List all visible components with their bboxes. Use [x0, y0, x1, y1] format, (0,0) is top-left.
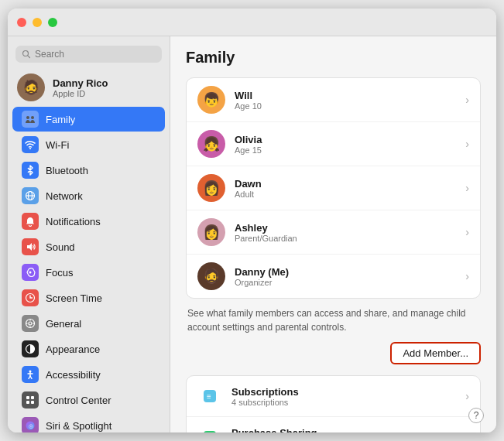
sidebar-item-appearance[interactable]: Appearance [12, 337, 165, 361]
service-info-purchase: Purchase Sharing Enabled [231, 427, 456, 433]
user-info: Danny Rico Apple ID [53, 77, 108, 98]
member-name-4: Danny (Me) [235, 266, 456, 278]
help-button[interactable]: ? [468, 408, 484, 423]
sidebar-label-accessibility: Accessibility [46, 369, 101, 381]
sidebar-label-controlcenter: Control Center [46, 395, 111, 406]
svg-marker-8 [27, 243, 32, 251]
sidebar-item-bluetooth[interactable]: Bluetooth [12, 158, 165, 183]
sidebar-label-notifications: Notifications [46, 216, 101, 227]
sidebar-label-bluetooth: Bluetooth [46, 165, 88, 176]
member-avatar-1: 👧 [197, 130, 225, 158]
family-member-ashley[interactable]: 👩 Ashley Parent/Guardian › [187, 210, 480, 255]
item-icon-network [22, 187, 39, 204]
service-item-purchase[interactable]: P Purchase Sharing Enabled › [187, 417, 480, 432]
service-icon-subscriptions: ≡ [197, 384, 222, 409]
chevron-icon-3: › [465, 226, 469, 238]
sidebar-user[interactable]: 🧔 Danny Rico Apple ID [8, 69, 170, 106]
member-subtitle-0: Age 10 [235, 101, 456, 111]
search-icon [22, 50, 31, 59]
sidebar-label-focus: Focus [46, 267, 73, 279]
item-icon-wifi [22, 136, 39, 153]
sidebar-label-general: General [46, 318, 81, 330]
item-icon-accessibility [22, 366, 39, 383]
sidebar-item-siri[interactable]: ◎ Siri & Spotlight [12, 413, 165, 432]
member-subtitle-4: Organizer [235, 278, 456, 287]
user-subtitle: Apple ID [53, 89, 108, 98]
sidebar-label-network: Network [46, 190, 83, 202]
member-info-1: Olivia Age 15 [235, 134, 456, 155]
add-member-row: Add Member... [186, 342, 481, 364]
sidebar-item-network[interactable]: Network [12, 183, 165, 208]
member-subtitle-1: Age 15 [235, 145, 456, 155]
member-info-0: Will Age 10 [235, 90, 456, 111]
svg-point-4 [29, 148, 31, 149]
user-name: Danny Rico [53, 77, 108, 89]
sidebar: 🧔 Danny Rico Apple ID Family Wi-Fi Bluet… [8, 36, 170, 432]
sidebar-item-sound[interactable]: Sound [12, 234, 165, 259]
svg-line-22 [30, 376, 32, 379]
sidebar-item-controlcenter[interactable]: Control Center [12, 388, 165, 412]
member-info-4: Danny (Me) Organizer [235, 266, 456, 287]
add-member-button[interactable]: Add Member... [390, 342, 481, 364]
content-area: 🧔 Danny Rico Apple ID Family Wi-Fi Bluet… [8, 36, 496, 432]
member-avatar-4: 🧔 [197, 262, 225, 290]
search-input[interactable] [35, 49, 156, 60]
sidebar-label-family: Family [46, 114, 75, 125]
item-icon-bluetooth [22, 162, 39, 179]
family-member-dawn[interactable]: 👩 Dawn Adult › [187, 166, 480, 210]
svg-point-3 [31, 116, 34, 119]
member-avatar-2: 👩 [197, 174, 225, 202]
member-name-2: Dawn [235, 178, 456, 190]
services-list: ≡ Subscriptions 4 subscriptions › P Purc… [186, 375, 481, 432]
sidebar-label-appearance: Appearance [46, 344, 100, 355]
sidebar-item-general[interactable]: General [12, 311, 165, 336]
close-button[interactable] [17, 18, 26, 27]
svg-rect-25 [26, 401, 29, 404]
svg-rect-23 [26, 396, 29, 399]
main-window: 🧔 Danny Rico Apple ID Family Wi-Fi Bluet… [8, 9, 496, 432]
family-description: See what family members can access and s… [186, 306, 481, 334]
family-member-olivia[interactable]: 👧 Olivia Age 15 › [187, 122, 480, 166]
member-name-1: Olivia [235, 134, 456, 145]
item-icon-focus [22, 264, 39, 281]
chevron-icon-2: › [465, 182, 469, 194]
svg-line-1 [28, 56, 30, 58]
family-member-will[interactable]: 👦 Will Age 10 › [187, 78, 480, 122]
sidebar-label-screentime: Screen Time [46, 292, 102, 304]
family-members-list: 👦 Will Age 10 › 👧 Olivia Age 15 › 👩 Dawn… [186, 77, 481, 299]
minimize-button[interactable] [33, 18, 42, 27]
item-icon-notifications [22, 213, 39, 230]
svg-text:◎: ◎ [29, 423, 33, 429]
service-name-subscriptions: Subscriptions [231, 386, 456, 398]
sidebar-label-sound: Sound [46, 241, 75, 253]
service-item-subscriptions[interactable]: ≡ Subscriptions 4 subscriptions › [187, 376, 480, 417]
member-avatar-0: 👦 [197, 86, 225, 114]
sidebar-item-family[interactable]: Family [12, 107, 165, 132]
item-icon-family [22, 111, 39, 128]
item-icon-sound [22, 238, 39, 255]
avatar: 🧔 [17, 74, 45, 101]
member-subtitle-3: Parent/Guardian [235, 234, 456, 243]
sidebar-item-screentime[interactable]: Screen Time [12, 285, 165, 310]
sidebar-item-notifications[interactable]: Notifications [12, 209, 165, 234]
page-title: Family [186, 49, 481, 67]
service-icon-purchase: P [197, 425, 222, 432]
member-name-3: Ashley [235, 222, 456, 234]
service-chevron-subscriptions: › [465, 390, 469, 402]
sidebar-item-accessibility[interactable]: Accessibility [12, 362, 165, 387]
member-subtitle-2: Adult [235, 190, 456, 199]
sidebar-item-focus[interactable]: Focus [12, 260, 165, 285]
item-icon-controlcenter [22, 391, 39, 409]
sidebar-item-wifi[interactable]: Wi-Fi [12, 132, 165, 157]
item-icon-siri: ◎ [22, 417, 39, 432]
family-member-danny-(me)[interactable]: 🧔 Danny (Me) Organizer › [187, 255, 480, 298]
search-box[interactable] [15, 46, 162, 63]
sidebar-label-wifi: Wi-Fi [46, 139, 69, 151]
service-subtitle-subscriptions: 4 subscriptions [231, 398, 456, 407]
maximize-button[interactable] [48, 18, 57, 27]
svg-point-9 [29, 272, 32, 274]
svg-point-2 [26, 116, 29, 119]
item-icon-screentime [22, 289, 39, 306]
member-name-0: Will [235, 90, 456, 101]
service-chevron-purchase: › [465, 431, 469, 432]
